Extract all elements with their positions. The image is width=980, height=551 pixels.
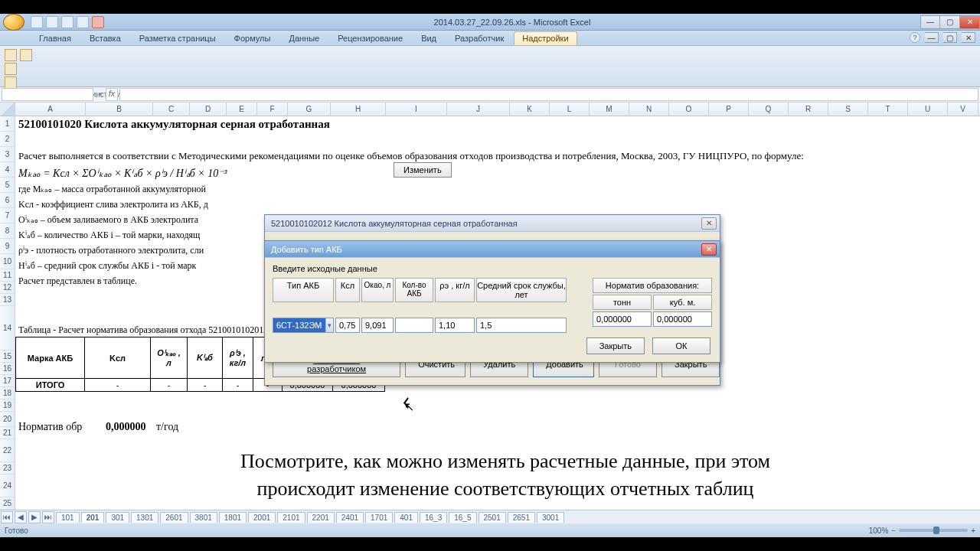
sheet-tab[interactable]: 2601 <box>160 512 188 523</box>
sheet-tab[interactable]: 2101 <box>277 512 305 523</box>
col-K[interactable]: K <box>510 103 550 116</box>
sheet-nav-next-icon[interactable]: ▶ <box>28 511 41 523</box>
add-dialog-close-icon[interactable]: ✕ <box>701 243 717 256</box>
row-22[interactable]: 22 <box>0 439 15 462</box>
row-4[interactable]: 4 <box>0 162 15 178</box>
sheet-tab[interactable]: 16_5 <box>449 512 476 523</box>
sheet-tab[interactable]: 3801 <box>190 512 217 523</box>
office-button[interactable] <box>3 14 24 31</box>
col-C[interactable]: C <box>153 103 190 116</box>
sheet-tab[interactable]: 201 <box>81 512 105 523</box>
ribbon-minimize-icon[interactable]: — <box>925 32 939 43</box>
addin-icon-1[interactable] <box>5 49 17 61</box>
zoom-percent[interactable]: 100% <box>869 527 889 535</box>
select-all-corner[interactable] <box>0 103 15 116</box>
name-box[interactable] <box>2 88 93 101</box>
sheet-nav-last-icon[interactable]: ⏭ <box>42 511 54 523</box>
tab-data[interactable]: Данные <box>280 31 328 45</box>
col-V[interactable]: V <box>948 103 978 116</box>
col-D[interactable]: D <box>190 103 227 116</box>
addin-icon-4[interactable] <box>5 77 17 89</box>
sheet-tab[interactable]: 401 <box>394 512 418 523</box>
row-18[interactable]: 18 <box>0 387 15 399</box>
tab-insert[interactable]: Вставка <box>81 31 129 45</box>
qat-redo-icon[interactable] <box>61 16 74 28</box>
col-R[interactable]: R <box>789 103 828 116</box>
qat-undo-icon[interactable] <box>46 16 58 28</box>
col-U[interactable]: U <box>908 103 948 116</box>
parent-dialog-close-icon[interactable]: ✕ <box>701 217 717 230</box>
sheet-tab[interactable]: 2001 <box>248 512 276 523</box>
help-icon[interactable]: ? <box>910 32 920 43</box>
col-G[interactable]: G <box>288 103 331 116</box>
col-H[interactable]: H <box>331 103 386 116</box>
row-1[interactable]: 1 <box>0 116 15 132</box>
row-6[interactable]: 6 <box>0 193 15 208</box>
row-14[interactable]: 14 <box>0 306 15 350</box>
qat-close-icon[interactable] <box>92 16 104 28</box>
col-J[interactable]: J <box>447 103 510 116</box>
row-5[interactable]: 5 <box>0 178 15 193</box>
row-13[interactable]: 13 <box>0 294 15 306</box>
namebox-dropdown-icon[interactable]: ▾ <box>95 87 106 102</box>
qat-save-icon[interactable] <box>31 16 43 28</box>
col-B[interactable]: B <box>86 103 153 116</box>
col-S[interactable]: S <box>828 103 868 116</box>
row-23[interactable]: 23 <box>0 462 15 474</box>
row-17[interactable]: 17 <box>0 375 15 387</box>
sheet-tab[interactable]: 2651 <box>508 512 535 523</box>
sheet-tab[interactable]: 101 <box>56 512 80 523</box>
formula-input[interactable] <box>119 88 978 101</box>
row-11[interactable]: 11 <box>0 269 15 282</box>
col-A[interactable]: A <box>15 103 86 116</box>
col-L[interactable]: L <box>550 103 590 116</box>
add-close-button[interactable]: Закрыть <box>586 337 645 354</box>
row-16[interactable]: 16 <box>0 363 15 375</box>
col-M[interactable]: M <box>590 103 629 116</box>
sheet-tab[interactable]: 2501 <box>479 512 506 523</box>
minimize-button[interactable]: — <box>920 15 940 29</box>
zoom-in-icon[interactable]: + <box>971 527 975 535</box>
row-21[interactable]: 21 <box>0 427 15 439</box>
row-15[interactable]: 15 <box>0 350 15 363</box>
col-Q[interactable]: Q <box>749 103 789 116</box>
qat-print-icon[interactable] <box>77 16 89 28</box>
tab-view[interactable]: Вид <box>413 31 445 45</box>
col-E[interactable]: E <box>227 103 257 116</box>
row-25[interactable]: 25 <box>0 497 15 510</box>
row-19[interactable]: 19 <box>0 399 15 412</box>
ksl-field[interactable] <box>335 318 360 333</box>
srok-field[interactable] <box>476 318 567 333</box>
tab-home[interactable]: Главная <box>31 31 80 45</box>
sheet-tab[interactable]: 2201 <box>307 512 335 523</box>
sheet-tab[interactable]: 1801 <box>219 512 247 523</box>
sheet-nav-first-icon[interactable]: ⏮ <box>1 511 13 523</box>
row-8[interactable]: 8 <box>0 223 15 239</box>
tab-addins[interactable]: Надстройки <box>514 31 577 45</box>
tab-pagelayout[interactable]: Разметка страницы <box>131 31 224 45</box>
sheet-tab[interactable]: 16_3 <box>420 512 447 523</box>
col-T[interactable]: T <box>868 103 908 116</box>
sheet-tab[interactable]: 301 <box>106 512 129 523</box>
chevron-down-icon[interactable]: ▾ <box>325 318 333 332</box>
ribbon-close-icon[interactable]: ✕ <box>962 32 975 43</box>
okao-field[interactable] <box>361 318 394 333</box>
row-12[interactable]: 12 <box>0 282 15 294</box>
fx-icon[interactable]: fx <box>106 88 118 101</box>
row-2[interactable]: 2 <box>0 132 15 147</box>
addin-icon-3[interactable] <box>5 63 17 75</box>
row-24[interactable]: 24 <box>0 474 15 497</box>
col-I[interactable]: I <box>386 103 447 116</box>
zoom-slider[interactable] <box>899 529 968 532</box>
col-F[interactable]: F <box>257 103 288 116</box>
row-10[interactable]: 10 <box>0 254 15 269</box>
row-3[interactable]: 3 <box>0 147 15 162</box>
sheet-nav-prev-icon[interactable]: ◀ <box>15 511 27 523</box>
close-button[interactable]: ✕ <box>960 15 980 29</box>
sheet-tab[interactable]: 1701 <box>365 512 393 523</box>
tip-combo[interactable]: 6СТ-132ЭМ ▾ <box>273 318 334 333</box>
sheet-tab[interactable]: 2401 <box>336 512 364 523</box>
kolvo-field[interactable] <box>395 318 433 333</box>
addin-icon-2[interactable] <box>20 49 32 61</box>
tab-review[interactable]: Рецензирование <box>329 31 411 45</box>
